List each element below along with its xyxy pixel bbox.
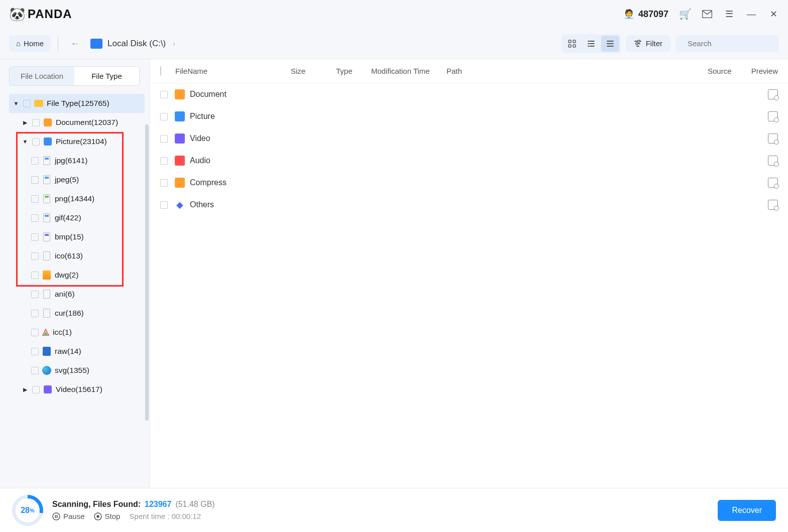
tab-file-location[interactable]: File Location bbox=[10, 67, 74, 85]
stop-button[interactable]: Stop bbox=[94, 512, 121, 520]
tree-node-video[interactable]: ▶ Video(15617) bbox=[9, 380, 145, 399]
file-type-tree: ▼ File Type(125765) ▶ Document(12037) ▼ … bbox=[9, 94, 145, 399]
tree-node-picture[interactable]: ▼ Picture(23104) bbox=[9, 132, 145, 151]
view-grid-button[interactable] bbox=[563, 36, 581, 52]
col-path[interactable]: Path bbox=[446, 67, 708, 75]
checkbox[interactable] bbox=[32, 386, 40, 393]
checkbox[interactable] bbox=[31, 157, 39, 165]
progress-ring: 28% bbox=[12, 495, 43, 526]
preview-button[interactable] bbox=[768, 89, 778, 99]
close-icon[interactable]: ✕ bbox=[768, 9, 779, 20]
caret-down-icon[interactable]: ▼ bbox=[21, 139, 29, 145]
tree-leaf-raw[interactable]: raw(14) bbox=[9, 342, 145, 361]
scrollbar-thumb[interactable] bbox=[145, 124, 149, 421]
view-mode-group bbox=[561, 34, 621, 53]
category-audio[interactable]: Audio bbox=[150, 150, 788, 172]
col-size[interactable]: Size bbox=[291, 67, 336, 75]
checkbox[interactable] bbox=[31, 348, 39, 355]
checkbox[interactable] bbox=[32, 138, 40, 146]
progress-percent: 28 bbox=[21, 506, 30, 515]
recover-button[interactable]: Recover bbox=[718, 500, 776, 521]
preview-button[interactable] bbox=[768, 200, 778, 210]
tree-node-document[interactable]: ▶ Document(12037) bbox=[9, 113, 145, 132]
category-label: Audio bbox=[190, 156, 210, 165]
preview-button[interactable] bbox=[768, 156, 778, 166]
svg-rect-11 bbox=[55, 515, 56, 518]
category-video[interactable]: Video bbox=[150, 127, 788, 150]
category-others[interactable]: ◆ Others bbox=[150, 194, 788, 216]
caret-down-icon[interactable]: ▼ bbox=[12, 100, 20, 106]
checkbox[interactable] bbox=[31, 252, 39, 260]
tree-leaf-jpeg[interactable]: jpeg(5) bbox=[9, 170, 145, 189]
category-label: Others bbox=[190, 200, 214, 209]
tree-label: ani(6) bbox=[55, 290, 75, 299]
document-icon bbox=[43, 117, 53, 127]
tree-leaf-cur[interactable]: cur(186) bbox=[9, 304, 145, 323]
breadcrumb[interactable]: Local Disk (C:\) › bbox=[90, 39, 175, 49]
tree-leaf-png[interactable]: png(14344) bbox=[9, 189, 145, 208]
minimize-icon[interactable]: — bbox=[746, 9, 757, 20]
mail-icon[interactable] bbox=[702, 9, 713, 20]
col-preview[interactable]: Preview bbox=[748, 67, 778, 75]
col-filename[interactable]: FileName bbox=[175, 67, 291, 75]
checkbox[interactable] bbox=[31, 291, 39, 298]
col-type[interactable]: Type bbox=[336, 67, 371, 75]
checkbox[interactable] bbox=[32, 119, 40, 126]
checkbox[interactable] bbox=[160, 201, 168, 209]
category-document[interactable]: Document bbox=[150, 83, 788, 105]
checkbox[interactable] bbox=[160, 91, 168, 98]
caret-right-icon[interactable]: ▶ bbox=[21, 119, 29, 126]
col-modification[interactable]: Modification Time bbox=[371, 67, 446, 75]
percent-sign: % bbox=[30, 507, 35, 513]
category-label: Document bbox=[190, 90, 227, 99]
home-button[interactable]: ⌂ Home bbox=[9, 35, 51, 52]
search-input[interactable] bbox=[688, 39, 783, 48]
tree-leaf-icc[interactable]: icc(1) bbox=[9, 323, 145, 342]
checkbox[interactable] bbox=[23, 100, 31, 107]
app-name: PANDA bbox=[28, 7, 72, 21]
cart-icon[interactable]: 🛒 bbox=[680, 9, 691, 20]
tree-root-filetype[interactable]: ▼ File Type(125765) bbox=[9, 94, 145, 113]
tree-leaf-ico[interactable]: ico(613) bbox=[9, 246, 145, 265]
main-panel: FileName Size Type Modification Time Pat… bbox=[150, 59, 788, 488]
menu-icon[interactable]: ☰ bbox=[724, 9, 735, 20]
category-label: Compress bbox=[190, 178, 227, 187]
checkbox[interactable] bbox=[160, 113, 168, 120]
checkbox[interactable] bbox=[31, 272, 39, 279]
tree-leaf-ani[interactable]: ani(6) bbox=[9, 285, 145, 304]
checkbox[interactable] bbox=[160, 179, 168, 187]
caret-right-icon[interactable]: ▶ bbox=[21, 386, 29, 393]
back-button[interactable]: ← bbox=[65, 35, 85, 52]
checkbox[interactable] bbox=[160, 157, 168, 165]
checkbox[interactable] bbox=[31, 176, 39, 184]
tree-leaf-bmp[interactable]: bmp(15) bbox=[9, 227, 145, 246]
category-compress[interactable]: Compress bbox=[150, 172, 788, 194]
checkbox[interactable] bbox=[31, 367, 39, 374]
view-details-button[interactable] bbox=[601, 36, 619, 52]
col-source[interactable]: Source bbox=[708, 67, 748, 75]
file-icon bbox=[42, 289, 52, 299]
category-picture[interactable]: Picture bbox=[150, 105, 788, 127]
checkbox[interactable] bbox=[31, 310, 39, 317]
checkbox[interactable] bbox=[31, 233, 39, 241]
tree-leaf-gif[interactable]: gif(422) bbox=[9, 208, 145, 227]
user-badge[interactable]: 🧑‍💼 487097 bbox=[623, 9, 668, 20]
tree-leaf-dwg[interactable]: dwg(2) bbox=[9, 265, 145, 285]
view-list-button[interactable] bbox=[582, 36, 600, 52]
search-box[interactable] bbox=[676, 35, 779, 52]
checkbox[interactable] bbox=[31, 214, 39, 222]
select-all-checkbox[interactable] bbox=[160, 66, 161, 76]
video-icon bbox=[175, 134, 185, 144]
preview-button[interactable] bbox=[768, 178, 778, 188]
tree-leaf-jpg[interactable]: jpg(6141) bbox=[9, 151, 145, 170]
checkbox[interactable] bbox=[160, 135, 168, 143]
panda-icon: 🐼 bbox=[9, 7, 26, 22]
tree-leaf-svg[interactable]: svg(1355) bbox=[9, 361, 145, 380]
preview-button[interactable] bbox=[768, 134, 778, 144]
tab-file-type[interactable]: File Type bbox=[74, 67, 139, 85]
preview-button[interactable] bbox=[768, 111, 778, 121]
checkbox[interactable] bbox=[31, 329, 39, 336]
filter-button[interactable]: Filter bbox=[626, 35, 670, 52]
checkbox[interactable] bbox=[31, 195, 39, 203]
pause-button[interactable]: Pause bbox=[52, 512, 85, 520]
